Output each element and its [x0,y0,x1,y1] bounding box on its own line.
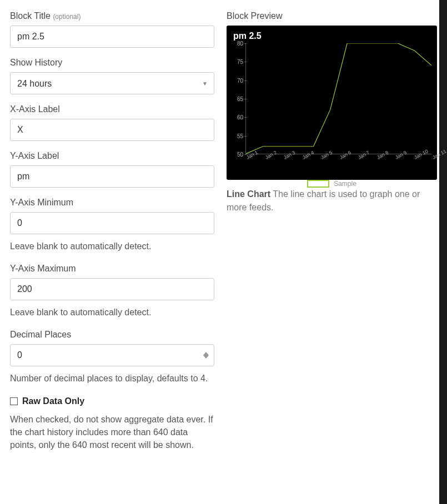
y-tick-label: 80 [229,41,243,47]
decimal-places-input[interactable] [10,344,214,366]
show-history-select[interactable]: 24 hours [10,72,214,94]
block-title-label-text: Block Title [10,11,51,21]
x-axis-ticks: Jan 1Jan 2Jan 3Jan 4Jan 5Jan 6Jan 7Jan 8… [245,154,431,165]
y-tick-label: 65 [229,96,243,102]
preview-column: Block Preview pm 2.5 50556065707580 Jan … [227,11,437,214]
decimal-places-label: Decimal Places [10,330,214,340]
y-min-help: Leave blank to automatically detect. [10,240,214,253]
legend-label: Sample [334,180,356,188]
x-axis-label-label: X-Axis Label [10,104,214,114]
y-axis-ticks: 50556065707580 [230,43,244,154]
chart-area: 50556065707580 Jan 1Jan 2Jan 3Jan 4Jan 5… [230,43,434,177]
y-tick-label: 75 [229,59,243,65]
y-axis-label-label: Y-Axis Label [10,151,214,161]
y-tick-label: 50 [229,152,243,158]
chart-preview: pm 2.5 50556065707580 Jan 1Jan 2Jan 3Jan… [227,26,437,180]
y-max-label: Y-Axis Maximum [10,264,214,274]
preview-heading: Block Preview [227,11,437,21]
decimal-places-help: Number of decimal places to display, def… [10,372,214,385]
y-tick-label: 55 [229,133,243,139]
y-tick-label: 70 [229,77,243,83]
window-edge [439,0,447,473]
raw-data-only-checkbox[interactable]: Raw Data Only [10,396,214,406]
chart-svg [246,43,431,154]
preview-description: Line Chart The line chart is used to gra… [227,188,437,214]
y-max-input[interactable] [10,278,214,300]
y-max-help: Leave blank to automatically detect. [10,306,214,319]
y-min-input[interactable] [10,212,214,234]
raw-data-only-label: Raw Data Only [22,396,84,406]
checkbox-icon [10,397,18,405]
y-min-label: Y-Axis Minimum [10,198,214,208]
chart-plot [245,43,431,154]
form-column: Block Title (optional) Show History 24 h… [10,11,214,462]
y-axis-label-input[interactable] [10,165,214,188]
block-title-label: Block Title (optional) [10,11,214,21]
chart-legend: Sample [230,180,434,189]
block-title-optional-hint: (optional) [53,13,81,21]
legend-swatch-icon [307,180,329,188]
x-axis-label-input[interactable] [10,119,214,141]
y-tick-label: 60 [229,114,243,120]
raw-data-only-help: When checked, do not show aggregate data… [10,413,214,452]
block-title-input[interactable] [10,26,214,48]
show-history-label: Show History [10,58,214,68]
preview-desc-bold: Line Chart [227,189,270,199]
chart-title: pm 2.5 [230,30,434,42]
